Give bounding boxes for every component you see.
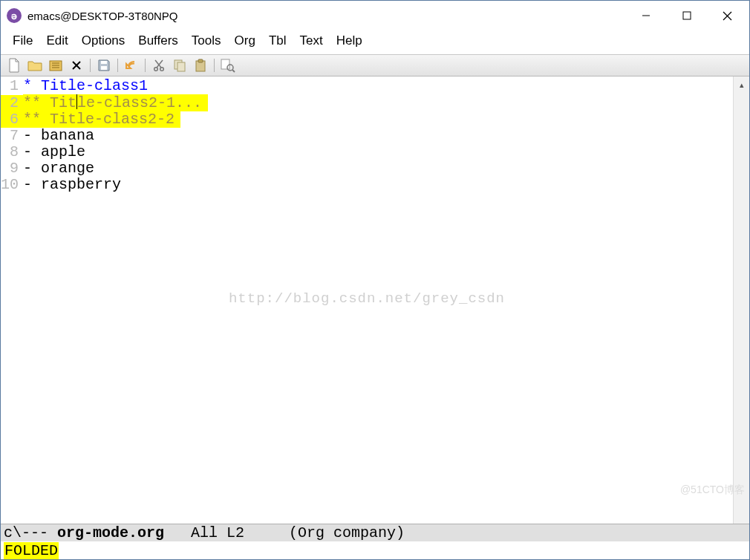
line-number: 1 bbox=[1, 78, 23, 94]
toolbar-separator bbox=[90, 59, 91, 72]
editor-line[interactable]: 6** Title-class2-2 bbox=[1, 111, 733, 128]
editor-line[interactable]: 8- apple bbox=[1, 144, 733, 160]
window-controls bbox=[625, 2, 748, 29]
line-number: 8 bbox=[1, 144, 23, 160]
close-button[interactable] bbox=[707, 2, 748, 29]
minimize-button[interactable] bbox=[625, 2, 666, 29]
minibuffer-message: FOLDED bbox=[4, 542, 59, 559]
paste-icon[interactable] bbox=[192, 56, 209, 74]
toolbar-separator bbox=[117, 59, 118, 72]
text-buffer[interactable]: http://blog.csdn.net/grey_csdn 1* Title-… bbox=[1, 76, 733, 524]
toolbar bbox=[1, 54, 749, 76]
menu-tbl[interactable]: Tbl bbox=[263, 32, 293, 50]
minibuffer[interactable]: FOLDED bbox=[1, 541, 749, 559]
line-content[interactable]: - banana bbox=[23, 128, 94, 144]
vertical-scrollbar[interactable]: ▴ bbox=[733, 76, 749, 524]
mode-line[interactable]: c\--- org-mode.org All L2 (Org company) bbox=[1, 524, 749, 541]
modeline-buffer-name: org-mode.org bbox=[57, 524, 164, 541]
menu-text[interactable]: Text bbox=[294, 32, 329, 50]
editor-line[interactable]: 7- banana bbox=[1, 128, 733, 144]
line-number: 9 bbox=[1, 160, 23, 177]
maximize-button[interactable] bbox=[666, 2, 707, 29]
editor-line[interactable]: 2** Title-class2-1... bbox=[1, 94, 733, 111]
modeline-info: All L2 (Org company) bbox=[164, 524, 405, 541]
svg-rect-11 bbox=[101, 66, 107, 70]
menu-org[interactable]: Org bbox=[229, 32, 261, 50]
scroll-up-icon[interactable]: ▴ bbox=[734, 76, 749, 93]
line-content[interactable]: * Title-class1 bbox=[23, 78, 148, 94]
svg-rect-17 bbox=[177, 62, 185, 71]
line-content[interactable]: - apple bbox=[23, 144, 85, 160]
menu-file[interactable]: File bbox=[7, 32, 39, 50]
open-folder-icon[interactable] bbox=[26, 56, 44, 74]
modeline-coding: c\--- bbox=[4, 524, 57, 541]
svg-line-22 bbox=[232, 70, 235, 72]
line-number: 10 bbox=[1, 177, 23, 193]
emacs-icon: ə bbox=[7, 8, 22, 23]
directory-icon[interactable] bbox=[47, 56, 65, 74]
watermark-text: http://blog.csdn.net/grey_csdn bbox=[229, 290, 505, 307]
cut-icon[interactable] bbox=[150, 56, 168, 74]
svg-rect-10 bbox=[101, 61, 107, 64]
line-content[interactable]: - raspberry bbox=[23, 177, 121, 193]
line-content[interactable]: ** Title-class2-1... bbox=[23, 94, 208, 111]
line-number: 2 bbox=[1, 95, 23, 111]
window-title: emacs@DESKTOP-3T80NPQ bbox=[27, 10, 178, 22]
search-icon[interactable] bbox=[219, 56, 237, 74]
menu-help[interactable]: Help bbox=[330, 32, 368, 50]
new-file-icon[interactable] bbox=[5, 56, 23, 74]
editor-area: http://blog.csdn.net/grey_csdn 1* Title-… bbox=[1, 76, 749, 524]
text-cursor bbox=[76, 94, 77, 109]
menu-tools[interactable]: Tools bbox=[186, 32, 227, 50]
save-icon[interactable] bbox=[95, 56, 113, 74]
editor-line[interactable]: 1* Title-class1 bbox=[1, 78, 733, 94]
line-number: 6 bbox=[1, 111, 23, 128]
line-content[interactable]: - orange bbox=[23, 160, 94, 177]
menu-options[interactable]: Options bbox=[76, 32, 131, 50]
toolbar-separator bbox=[214, 59, 215, 72]
menu-buffers[interactable]: Buffers bbox=[132, 32, 184, 50]
editor-line[interactable]: 10- raspberry bbox=[1, 177, 733, 193]
menu-edit[interactable]: Edit bbox=[40, 32, 74, 50]
toolbar-separator bbox=[145, 59, 146, 72]
svg-rect-1 bbox=[683, 12, 691, 19]
app-window: ə emacs@DESKTOP-3T80NPQ File Edit Option… bbox=[0, 0, 750, 560]
svg-rect-20 bbox=[221, 59, 229, 69]
titlebar: ə emacs@DESKTOP-3T80NPQ bbox=[1, 1, 749, 30]
editor-line[interactable]: 9- orange bbox=[1, 160, 733, 177]
line-number: 7 bbox=[1, 128, 23, 144]
menubar: File Edit Options Buffers Tools Org Tbl … bbox=[1, 30, 749, 54]
svg-rect-19 bbox=[198, 59, 203, 62]
undo-icon[interactable] bbox=[123, 56, 140, 74]
close-icon[interactable] bbox=[68, 56, 85, 74]
line-content[interactable]: ** Title-class2-2 bbox=[23, 111, 180, 128]
copy-icon[interactable] bbox=[171, 56, 189, 74]
